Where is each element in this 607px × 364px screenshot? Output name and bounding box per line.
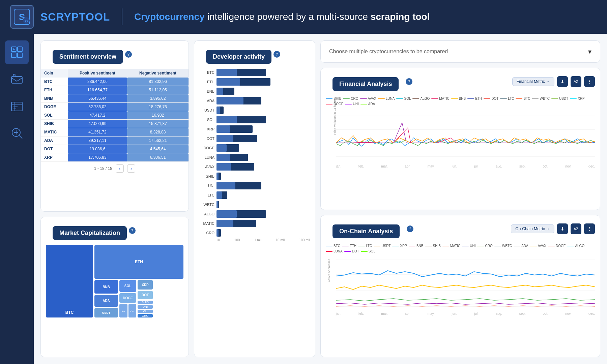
positive-cell: 19.036,6 (68, 145, 127, 153)
sidebar-item-dashboard[interactable] (5, 40, 29, 64)
bar-light (216, 182, 235, 189)
negative-cell: 17.562,21 (127, 136, 189, 145)
bar-light (216, 125, 230, 133)
financial-menu-btn[interactable]: ⋮ (584, 76, 595, 87)
bar-container (216, 97, 310, 104)
legend-item: ALGO (412, 97, 430, 100)
positive-cell: 52.736,02 (68, 103, 127, 111)
financial-sort-btn[interactable]: AZ (571, 76, 581, 87)
bar-row: ALGO (199, 210, 310, 218)
financial-download-btn[interactable]: ⬇ (557, 76, 568, 87)
legend-item: LTC (358, 244, 372, 248)
bar-label: WBTC (199, 203, 214, 207)
header-tagline: Cryptocurrency intelligence powered by a… (134, 11, 430, 22)
onchain-y-label: Active Addresses (327, 259, 331, 282)
bar-label: XRP (199, 127, 214, 131)
table-row: SOL 47.417,2 16.982 (41, 111, 189, 120)
bar-label: LUNA (199, 155, 214, 159)
onchain-title: On-Chain Analysis (333, 224, 400, 238)
onchain-download-btn[interactable]: ⬇ (557, 223, 568, 234)
legend-item: WBTC (532, 97, 549, 100)
legend-item: BNB (451, 97, 466, 100)
tagline-bold: scraping tool (371, 11, 430, 22)
bar-light (216, 69, 237, 76)
onchain-menu-btn[interactable]: ⋮ (584, 223, 595, 234)
svg-rect-7 (18, 53, 22, 58)
legend-item: AVAX (360, 97, 376, 100)
coin-cell: SOL (41, 111, 68, 120)
bar-light (216, 173, 219, 180)
onchain-sort-btn[interactable]: AZ (571, 223, 581, 234)
treemap-dot: DOT (138, 291, 153, 299)
bar-light (216, 210, 237, 218)
tagline-blue: Cryptocurrency (134, 11, 205, 22)
sidebar (0, 34, 34, 364)
table-row: BTC 236.442,06 81.302,96 (41, 78, 189, 86)
legend-item: ETH (467, 97, 482, 100)
pagination-next[interactable]: › (127, 164, 135, 173)
svg-text:⌕: ⌕ (25, 18, 28, 23)
bar-label: BNB (199, 89, 214, 93)
bar-container (216, 125, 310, 133)
sentiment-table: Coin Positive sentiment Negative sentime… (41, 69, 189, 162)
treemap-usdt: USDT (94, 308, 118, 317)
brand-name: SCRYPTOOL (40, 11, 110, 23)
bar-row: WBTC (199, 201, 310, 208)
bar-light (216, 229, 219, 237)
onchain-chart-svg: 1,5 M 1 M 500 mil 0 (336, 256, 595, 310)
financial-help-icon[interactable]: ? (406, 78, 412, 85)
sidebar-item-analysis[interactable] (5, 121, 29, 145)
coin-cell: MATIC (41, 128, 68, 136)
treemap-ada: ADA (94, 295, 118, 307)
bar-container (216, 88, 310, 95)
bar-row: MATIC (199, 220, 310, 227)
financial-metric-btn[interactable]: Financial Metric → (512, 77, 554, 86)
bar-label: CRO (199, 231, 214, 235)
developer-help-icon[interactable]: ? (273, 51, 280, 58)
treemap-bottom: BNB ADA USDT SOL DOGE L.. A.. XRP (94, 280, 183, 317)
treemap-right: ETH BNB ADA USDT SOL DOGE L.. A.. (94, 245, 183, 317)
legend-item: BTC (516, 97, 530, 100)
bar-label: SHIB (199, 174, 214, 178)
legend-item: XRP (392, 244, 407, 248)
bar-label: DOT (199, 136, 214, 141)
legend-item: ADA (514, 244, 528, 248)
legend-item: DOGE (548, 244, 566, 248)
bar-label: USDT (199, 108, 214, 112)
negative-cell: 15.871,37 (127, 120, 189, 128)
negative-cell: 16.982 (127, 111, 189, 120)
financial-panel: Financial Analysis ? Financial Metric → … (320, 68, 600, 210)
legend-item: AVAX (530, 244, 546, 248)
crypto-selector[interactable]: Choose multiple cryptocurrencies to be c… (320, 40, 600, 63)
financial-chart-svg: 1 0,5 0 -0,5 (336, 109, 595, 163)
bar-light (216, 220, 233, 227)
table-row: DOGE 52.736,02 18.276,76 (41, 103, 189, 111)
sidebar-item-financial[interactable] (5, 94, 29, 118)
bar-label: SOL (199, 118, 214, 122)
treemap-cro: CRO (138, 314, 153, 317)
crypto-selector-text: Choose multiple cryptocurrencies to be c… (329, 49, 448, 55)
pagination-prev[interactable]: ‹ (116, 164, 124, 173)
header: S ⌕ SCRYPTOOL Cryptocurrency intelligenc… (0, 0, 607, 34)
logo-icon: S ⌕ (13, 8, 30, 25)
bar-light (216, 154, 230, 161)
treemap-sol: SOL (119, 280, 136, 292)
financial-chart-area: Price Variation in 24 hours 1 0,5 0 -0,5 (321, 108, 600, 172)
sidebar-item-social[interactable] (5, 67, 29, 91)
bar-label: ETH (199, 80, 214, 84)
sentiment-help-icon[interactable]: ? (125, 51, 132, 58)
market-help-icon[interactable]: ? (129, 227, 136, 234)
bar-row: AVAX (199, 163, 310, 171)
right-column: Choose multiple cryptocurrencies to be c… (320, 40, 600, 357)
legend-item: SHIB (425, 244, 441, 248)
crypto-selector-arrow: ▾ (588, 48, 591, 56)
onchain-help-icon[interactable]: ? (407, 225, 413, 232)
bar-light (216, 201, 218, 208)
bar-chart: BTC ETH BNB ADA USDT SOL (199, 69, 310, 237)
onchain-metric-btn[interactable]: On-Chain Metric → (511, 224, 554, 233)
bar-row: SOL (199, 116, 310, 123)
legend-item: BNB (409, 244, 424, 248)
bar-label: ADA (199, 99, 214, 103)
bar-row: CRO (199, 229, 310, 237)
coin-cell: XRP (41, 153, 68, 162)
